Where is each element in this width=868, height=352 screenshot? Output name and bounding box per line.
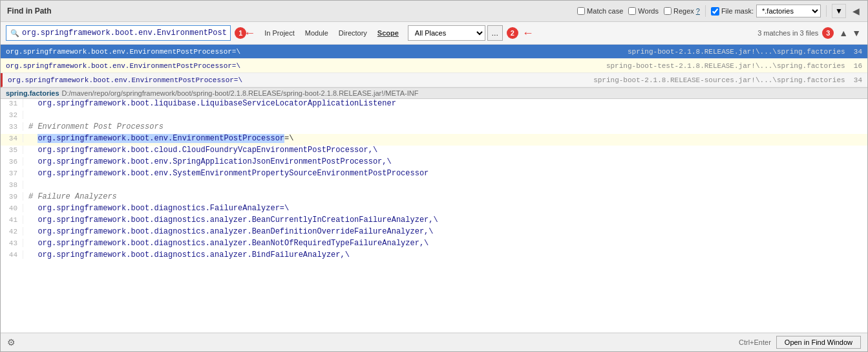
regex-checkbox[interactable]: Regex ? [664, 7, 700, 15]
window-title: Find in Path [7, 6, 52, 16]
scope-more-button[interactable]: … [487, 25, 503, 41]
annotation-badge-2: 2 [507, 27, 518, 39]
separator2 [826, 5, 827, 17]
scope-tabs: In Project Module Directory Scope [259, 27, 404, 39]
result-file-3: spring-boot-2.1.8.RELEASE-sources.jar!\.… [593, 76, 862, 84]
match-case-checkbox[interactable]: Match case [577, 7, 623, 15]
title-bar: Find in Path Match case Words Regex ? Fi… [1, 1, 867, 22]
nav-arrows: ◀ [851, 6, 861, 16]
result-text-1: org.springframework.boot.env.Environment… [6, 48, 240, 56]
scope-tab-module[interactable]: Module [300, 27, 333, 39]
preview-filename: spring.factories [6, 89, 59, 97]
preview-header: spring.factories D:/maven/repo/org/sprin… [1, 88, 867, 99]
result-text-3: org.springframework.boot.env.Environment… [8, 76, 242, 84]
code-line: 35 org.springframework.boot.cloud.CloudF… [1, 146, 867, 157]
arrow-indicator-1: ← [244, 27, 255, 40]
scope-tab-scope[interactable]: Scope [372, 27, 404, 39]
words-checkbox[interactable]: Words [628, 7, 659, 15]
bottom-bar: ⚙ Ctrl+Enter Open in Find Window [1, 333, 867, 351]
scope-tab-directory[interactable]: Directory [333, 27, 372, 39]
preview-content[interactable]: 31 org.springframework.boot.liquibase.Li… [1, 99, 867, 333]
result-text-2: org.springframework.boot.env.Environment… [6, 62, 240, 70]
code-line: 42 org.springframework.boot.diagnostics.… [1, 227, 867, 239]
matches-info: 3 matches in 3 files [757, 29, 818, 37]
code-line: 31 org.springframework.boot.liquibase.Li… [1, 99, 867, 111]
regex-help-link[interactable]: ? [696, 7, 700, 15]
code-line: 36 org.springframework.boot.env.SpringAp… [1, 157, 867, 169]
code-line: 39 # Failure Analyzers [1, 192, 867, 204]
next-match-up[interactable]: ▲ [838, 28, 849, 38]
result-file-2: spring-boot-test-2.1.8.RELEASE.jar!\...\… [606, 62, 862, 70]
nav-arrows-right: ▲ ▼ [838, 28, 862, 38]
search-input-wrap: 🔍 [6, 25, 231, 41]
search-icon: 🔍 [10, 29, 19, 38]
separator [705, 5, 706, 17]
scope-select[interactable]: All Places Project Module [408, 25, 485, 41]
arrow-indicator-2: ← [522, 27, 534, 40]
preview-path: D:/maven/repo/org/springframework/boot/s… [62, 89, 419, 97]
gear-icon[interactable]: ⚙ [7, 337, 16, 347]
toolbar-options: Match case Words Regex ? File mask: *.fa… [577, 4, 861, 18]
open-find-window-button[interactable]: Open in Find Window [776, 336, 861, 349]
search-row: 🔍 1 ← In Project Module Directory Scope … [1, 22, 867, 45]
code-line: 33 # Environment Post Processors [1, 122, 867, 134]
code-line: 41 org.springframework.boot.diagnostics.… [1, 215, 867, 227]
file-mask-select[interactable]: *.factories [756, 5, 821, 17]
result-row[interactable]: org.springframework.boot.env.Environment… [1, 73, 867, 87]
find-in-path-window: Find in Path Match case Words Regex ? Fi… [0, 0, 868, 352]
keyboard-hint: Ctrl+Enter [739, 338, 771, 346]
result-row[interactable]: org.springframework.boot.env.Environment… [1, 45, 867, 59]
results-area: org.springframework.boot.env.Environment… [1, 45, 867, 333]
scope-tab-in-project[interactable]: In Project [259, 27, 299, 39]
code-line: 44 org.springframework.boot.diagnostics.… [1, 250, 867, 262]
code-line: 37 org.springframework.boot.env.SystemEn… [1, 169, 867, 181]
code-line-match: 34 org.springframework.boot.env.Environm… [1, 134, 867, 146]
code-line: 40 org.springframework.boot.diagnostics.… [1, 204, 867, 215]
code-line: 38 [1, 181, 867, 192]
code-line: 32 [1, 111, 867, 122]
next-match-down[interactable]: ▼ [851, 28, 862, 38]
prev-arrow[interactable]: ◀ [851, 6, 861, 16]
code-line: 43 org.springframework.boot.diagnostics.… [1, 239, 867, 250]
preview-area: spring.factories D:/maven/repo/org/sprin… [1, 88, 867, 333]
scope-select-wrap: All Places Project Module … [408, 25, 503, 41]
results-list: org.springframework.boot.env.Environment… [1, 45, 867, 88]
filter-button[interactable]: ▼ [832, 4, 846, 18]
search-input[interactable] [22, 28, 226, 38]
result-row[interactable]: org.springframework.boot.env.Environment… [1, 59, 867, 73]
annotation-badge-3: 3 [822, 27, 834, 39]
result-file-1: spring-boot-2.1.8.RELEASE.jar!\...\sprin… [628, 48, 862, 56]
file-mask-group: File mask: *.factories [711, 5, 821, 17]
file-mask-checkbox[interactable]: File mask: [711, 7, 754, 16]
